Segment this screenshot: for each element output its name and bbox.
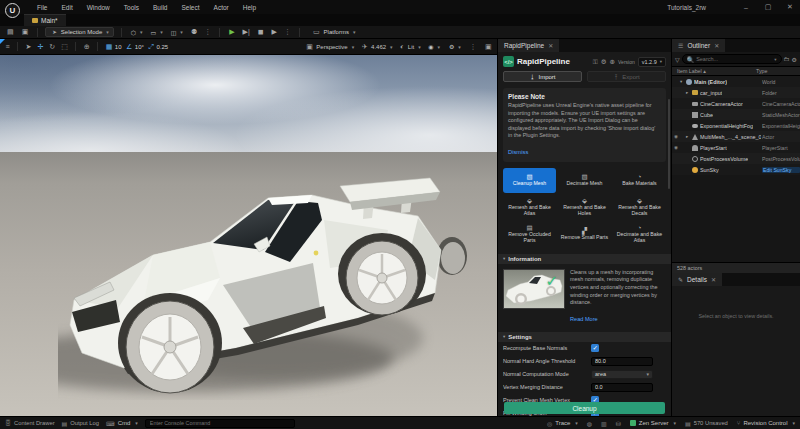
edit-sunsky-link[interactable]: Edit SunSky xyxy=(762,167,800,173)
tab-outliner[interactable]: ☰ Outliner ✕ xyxy=(672,39,725,52)
new-folder-icon[interactable]: 🗀 xyxy=(784,56,790,62)
close-button[interactable]: ✕ xyxy=(784,3,796,11)
import-button[interactable]: ⭳ Import xyxy=(503,71,582,82)
cleanup-button[interactable]: Cleanup xyxy=(504,402,665,414)
rotate-tool-icon[interactable]: ↻ xyxy=(48,43,57,51)
column-item-label[interactable]: Item Label xyxy=(677,68,702,74)
menu-edit[interactable]: Edit xyxy=(54,2,79,13)
computation-mode-select[interactable]: area xyxy=(591,370,653,379)
cache-icon[interactable]: ⛁ xyxy=(616,420,621,427)
preset-remesh-bake-decals[interactable]: ⬙ Remesh and Bake Decals xyxy=(613,195,666,220)
world-coordinate-icon[interactable]: ⊕ xyxy=(82,43,91,51)
outliner-search-input[interactable]: 🔍 Search... xyxy=(682,54,782,64)
maximize-viewport-icon[interactable]: ▣ xyxy=(483,43,493,51)
output-log-button[interactable]: ▤ Output Log xyxy=(62,420,99,427)
menu-build[interactable]: Build xyxy=(146,2,174,13)
preset-decimate-bake-atlas[interactable]: ◔ Decimate and Bake Atlas xyxy=(613,222,666,247)
close-tab-icon[interactable]: ✕ xyxy=(714,42,719,49)
preset-remove-small-parts[interactable]: ▞ Remove Small Parts xyxy=(558,222,611,247)
content-import-icon[interactable]: ▣ xyxy=(20,28,31,36)
outliner-row-main[interactable]: ▾ Main (Editor) World xyxy=(672,76,800,87)
dismiss-link[interactable]: Dismiss xyxy=(508,149,528,155)
outliner-row-multimesh[interactable]: ◉▸ MultiMesh_..._4_scene_0 Actor xyxy=(672,131,800,142)
outliner-column-headers[interactable]: Item Label ▴ Type xyxy=(672,66,800,76)
content-drawer-button[interactable]: 🗄 Content Drawer xyxy=(5,420,55,426)
preset-remove-occluded[interactable]: ▤ Remove Occluded Parts xyxy=(503,222,556,247)
editor-modes-icon[interactable]: ⚉ xyxy=(189,28,199,36)
menu-actor[interactable]: Actor xyxy=(207,2,236,13)
play-button[interactable]: ▶ xyxy=(227,28,236,36)
menu-help[interactable]: Help xyxy=(236,2,263,13)
rotation-snap-toggle[interactable]: ∠ 10° xyxy=(125,43,144,51)
lock-icon[interactable]: ⚿ xyxy=(593,58,598,66)
selection-mode-dropdown[interactable]: ➤ Selection Mode xyxy=(45,27,113,37)
outliner-row-postprocess[interactable]: PostProcessVolume PostProcessVolume xyxy=(672,153,800,164)
checkbox-checked[interactable] xyxy=(591,344,599,352)
visibility-eye-icon[interactable]: ◉ xyxy=(672,145,680,150)
tab-details[interactable]: ✎ Details ✕ xyxy=(672,273,722,286)
information-section-header[interactable]: Information xyxy=(498,254,671,264)
outliner-row-cinecamera[interactable]: CineCameraActor CineCameraActor xyxy=(672,98,800,109)
zen-server-dropdown[interactable]: Zen Server xyxy=(630,420,676,426)
globe-icon[interactable]: ⊕ xyxy=(610,58,615,66)
vertex-merging-input[interactable] xyxy=(591,383,653,392)
toolbar-overflow-icon[interactable]: ⋮ xyxy=(203,28,212,36)
camera-speed-dropdown[interactable]: ✈ 4.462 xyxy=(360,43,392,51)
car-model[interactable] xyxy=(58,160,468,400)
launch-button[interactable]: ▶ xyxy=(270,28,279,36)
blueprints-dropdown[interactable]: ⬡ xyxy=(129,29,145,36)
scale-snap-toggle[interactable]: ⤢ 0.25 xyxy=(147,43,168,51)
perspective-dropdown[interactable]: ▣ Perspective xyxy=(305,43,355,51)
viewport-options-icon[interactable]: ≡ xyxy=(4,43,11,50)
select-tool-icon[interactable]: ➤ xyxy=(24,43,33,51)
view-mode-dropdown[interactable]: ◐ Lit xyxy=(399,43,421,50)
column-type[interactable]: Type xyxy=(756,68,767,74)
outliner-row-heightfog[interactable]: ExponentialHeightFog ExponentialHeightFo… xyxy=(672,120,800,131)
memory-icon[interactable]: ▥ xyxy=(601,420,607,427)
outliner-row-car-input[interactable]: ▸ car_input Folder xyxy=(672,87,800,98)
trace-dropdown[interactable]: ◎ Trace xyxy=(547,420,578,427)
hard-angle-input[interactable] xyxy=(591,357,653,366)
move-tool-icon[interactable]: ✢ xyxy=(36,43,45,51)
unsaved-button[interactable]: ▤ 570 Unsaved xyxy=(685,420,728,427)
grid-snap-toggle[interactable]: ▦ 10 xyxy=(104,43,121,51)
revision-control-dropdown[interactable]: ⑂ Revision Control xyxy=(737,420,795,426)
skip-button[interactable]: ▶| xyxy=(241,28,252,36)
menu-file[interactable]: File xyxy=(30,2,54,13)
sequencer-dropdown[interactable]: ◫ xyxy=(169,29,185,36)
preset-bake-materials[interactable]: ◔ Bake Materials xyxy=(613,168,666,193)
outliner-settings-icon[interactable]: ⚙ xyxy=(792,56,797,63)
preset-remesh-bake-atlas[interactable]: ⬙ Remesh and Bake Atlas xyxy=(503,195,556,220)
menu-select[interactable]: Select xyxy=(174,2,206,13)
settings-section-header[interactable]: Settings xyxy=(498,332,671,342)
viewport-settings-dropdown[interactable]: ⚙ xyxy=(447,43,462,50)
cmd-dropdown[interactable]: ⌨ Cmd xyxy=(106,420,138,427)
level-tab-main[interactable]: Main* xyxy=(24,14,66,26)
read-more-link[interactable]: Read More xyxy=(570,316,598,322)
derived-data-icon[interactable]: ◍ xyxy=(587,420,592,427)
save-icon[interactable]: ▤ xyxy=(5,28,16,36)
stop-button[interactable]: ◼ xyxy=(256,28,266,36)
menu-tools[interactable]: Tools xyxy=(117,2,146,13)
outliner-row-playerstart[interactable]: ◉ PlayerStart PlayerStart xyxy=(672,142,800,153)
cinematics-dropdown[interactable]: ▭ xyxy=(149,29,165,36)
outliner-row-sunsky[interactable]: SunSky Edit SunSky xyxy=(672,164,800,175)
gear-icon[interactable]: ⚙ xyxy=(601,58,607,66)
restore-button[interactable]: ▢ xyxy=(762,3,774,11)
preset-remesh-bake-holes[interactable]: ⬙ Remesh and Bake Holes xyxy=(558,195,611,220)
play-options-icon[interactable]: ⋮ xyxy=(283,28,292,36)
scale-tool-icon[interactable]: ⬚ xyxy=(60,43,70,51)
minimize-button[interactable]: – xyxy=(740,4,752,11)
version-dropdown[interactable]: v1.2.9 ▾ xyxy=(638,57,666,67)
console-command-input[interactable] xyxy=(145,419,295,428)
preset-decimate-mesh[interactable]: ▧ Decimate Mesh xyxy=(558,168,611,193)
viewport-overflow-icon[interactable]: ⋮ xyxy=(468,43,477,51)
close-tab-icon[interactable]: ✕ xyxy=(548,42,553,49)
show-flags-dropdown[interactable]: ◉ xyxy=(427,43,442,50)
scrollbar[interactable] xyxy=(668,99,670,189)
preset-cleanup-mesh[interactable]: ▧ Cleanup Mesh xyxy=(503,168,556,193)
viewport-3d[interactable] xyxy=(0,55,497,416)
filter-icon[interactable]: ▽ xyxy=(675,56,680,63)
close-tab-icon[interactable]: ✕ xyxy=(711,276,716,283)
platforms-dropdown[interactable]: ▭ Platforms xyxy=(307,27,359,37)
